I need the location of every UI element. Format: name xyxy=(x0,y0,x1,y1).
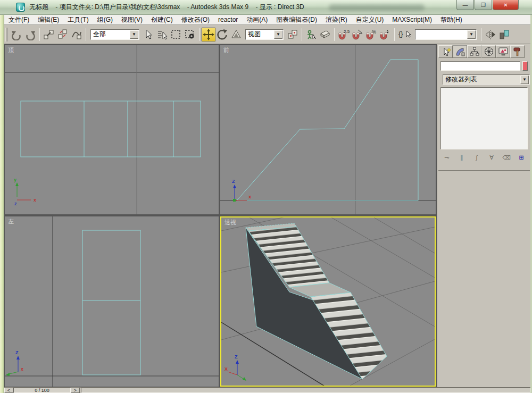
reference-coordinate-system-dropdown[interactable]: 视图 ▼ xyxy=(245,29,284,40)
show-end-result-button[interactable]: ∫ xyxy=(470,153,483,162)
hierarchy-icon xyxy=(469,46,480,57)
minimize-button[interactable]: — xyxy=(456,0,474,10)
align-button[interactable] xyxy=(497,28,511,41)
configure-modifier-sets-button[interactable]: ⊞ xyxy=(515,153,528,162)
next-frame-button[interactable]: > xyxy=(71,388,80,393)
object-name-field[interactable] xyxy=(440,61,520,71)
snaps-toggle-button[interactable]: 2.5 xyxy=(337,28,351,41)
pin-stack-button[interactable]: ⊸ xyxy=(440,153,453,162)
align-icon xyxy=(498,29,510,40)
toolbar-grip[interactable] xyxy=(5,28,8,41)
menu-graph-editors[interactable]: 图表编辑器(D) xyxy=(272,14,321,26)
selection-filter-dropdown[interactable]: 全部 ▼ xyxy=(90,29,139,40)
svg-text:{}: {} xyxy=(398,30,403,38)
object-color-swatch[interactable] xyxy=(522,61,528,71)
menu-modifiers[interactable]: 修改器(O) xyxy=(177,14,214,26)
remove-modifier-button[interactable]: ⌫ xyxy=(500,153,513,162)
percent-snap-toggle-button[interactable]: % xyxy=(364,28,378,41)
track-bar-groove[interactable] xyxy=(81,388,530,393)
bind-spacewarp-icon xyxy=(71,29,82,40)
angle-snap-icon xyxy=(351,29,364,40)
svg-text:x: x xyxy=(21,366,23,372)
viewport-label[interactable]: 前 xyxy=(223,47,229,53)
redo-button[interactable] xyxy=(23,28,37,41)
menu-file[interactable]: 文件(F) xyxy=(4,14,34,26)
viewport-front[interactable]: Z x 前 xyxy=(220,45,436,214)
select-and-link-button[interactable] xyxy=(42,28,56,41)
viewport-label[interactable]: 左 xyxy=(8,218,14,224)
move-icon xyxy=(203,29,214,40)
named-selection-sets-dropdown[interactable]: ▼ xyxy=(415,29,477,40)
viewport-label[interactable]: 顶 xyxy=(8,47,14,53)
dropdown-arrow-icon[interactable]: ▼ xyxy=(130,30,138,39)
menu-tools[interactable]: 工具(T) xyxy=(63,14,93,26)
dropdown-arrow-icon[interactable]: ▼ xyxy=(520,76,529,84)
menu-help[interactable]: 帮助(H) xyxy=(436,14,467,26)
select-by-name-button[interactable] xyxy=(155,28,169,41)
link-icon xyxy=(43,29,55,40)
select-and-rotate-button[interactable] xyxy=(215,28,229,41)
dropdown-arrow-icon[interactable]: ▼ xyxy=(274,30,282,39)
menu-edit[interactable]: 编辑(E) xyxy=(34,14,63,26)
selection-filter-value: 全部 xyxy=(91,30,130,39)
modifier-stack-list[interactable] xyxy=(440,87,528,149)
modifier-stack-toolbar: ⊸ ∥ ∫ ∀ ⌫ ⊞ xyxy=(439,152,529,163)
dropdown-arrow-icon[interactable]: ▼ xyxy=(467,30,476,39)
command-panel: 修改器列表 ▼ ⊸ ∥ ∫ ∀ ⌫ ⊞ xyxy=(437,44,530,387)
select-and-manipulate-button[interactable] xyxy=(304,28,318,41)
viewport-label[interactable]: 透视 xyxy=(225,219,236,225)
object-name-row xyxy=(440,61,528,71)
maximize-button[interactable]: ❐ xyxy=(475,0,492,10)
menu-maxscript[interactable]: MAXScript(M) xyxy=(388,15,436,24)
tab-modify[interactable] xyxy=(453,45,467,58)
rectangular-selection-region-button[interactable] xyxy=(169,28,183,41)
select-and-move-button[interactable] xyxy=(202,28,215,41)
modifier-list-dropdown[interactable]: 修改器列表 ▼ xyxy=(443,74,530,85)
angle-snap-toggle-button[interactable] xyxy=(351,28,364,41)
close-button[interactable]: ✕ xyxy=(493,0,519,10)
rotate-icon xyxy=(217,29,228,40)
spinner-snap-toggle-button[interactable] xyxy=(378,28,392,41)
coordinate-system-value: 视图 xyxy=(246,30,274,39)
window-title: 无标题 - 项目文件夹: D:\用户目录\我的文档\3dsmax - Autod… xyxy=(29,3,304,12)
svg-text:z: z xyxy=(14,201,17,206)
make-unique-button[interactable]: ∀ xyxy=(485,153,498,162)
viewport-perspective-active[interactable]: Z X 透视 xyxy=(220,216,436,387)
window-crossing-toggle-button[interactable] xyxy=(183,28,197,41)
select-and-scale-button[interactable] xyxy=(229,28,243,41)
viewport-left[interactable]: Z x 左 xyxy=(5,216,219,387)
mirror-icon xyxy=(485,29,496,40)
menu-group[interactable]: 组(G) xyxy=(93,14,117,26)
tab-create[interactable] xyxy=(438,45,453,58)
tab-motion[interactable] xyxy=(481,45,496,58)
menu-reactor[interactable]: reactor xyxy=(214,15,242,24)
pivot-center-icon xyxy=(287,29,298,40)
select-cursor-icon xyxy=(143,29,154,40)
tab-utilities[interactable] xyxy=(510,45,525,58)
menu-animation[interactable]: 动画(A) xyxy=(242,14,272,26)
bind-to-space-warp-button[interactable] xyxy=(70,28,84,41)
display-icon xyxy=(498,46,509,57)
mirror-button[interactable] xyxy=(484,28,497,41)
viewport-top[interactable]: y z x 顶 xyxy=(5,45,219,214)
undo-button[interactable] xyxy=(10,28,23,41)
menu-create[interactable]: 创建(C) xyxy=(147,14,177,26)
svg-text:Z: Z xyxy=(15,350,19,355)
select-object-button[interactable] xyxy=(142,28,155,41)
tab-display[interactable] xyxy=(496,45,510,58)
tab-hierarchy[interactable] xyxy=(467,45,481,58)
previous-frame-button[interactable]: < xyxy=(4,388,13,393)
title-bar: 无标题 - 项目文件夹: D:\用户目录\我的文档\3dsmax - Autod… xyxy=(0,0,532,15)
lock-stack-button[interactable]: ∥ xyxy=(455,153,468,162)
menu-rendering[interactable]: 渲染(R) xyxy=(321,14,352,26)
keyboard-shortcut-override-button[interactable] xyxy=(318,28,332,41)
current-frame-indicator[interactable]: 0 / 100 xyxy=(13,388,71,393)
manipulate-icon xyxy=(305,29,317,40)
menu-customize[interactable]: 自定义(U) xyxy=(352,14,388,26)
use-pivot-point-center-button[interactable] xyxy=(286,28,300,41)
snap-magnet-icon: 2.5 xyxy=(337,29,350,40)
edit-named-selection-sets-button[interactable]: {} xyxy=(397,28,413,41)
menu-views[interactable]: 视图(V) xyxy=(117,14,147,26)
menu-bar: 文件(F) 编辑(E) 工具(T) 组(G) 视图(V) 创建(C) 修改器(O… xyxy=(4,15,530,25)
unlink-selection-button[interactable] xyxy=(56,28,70,41)
